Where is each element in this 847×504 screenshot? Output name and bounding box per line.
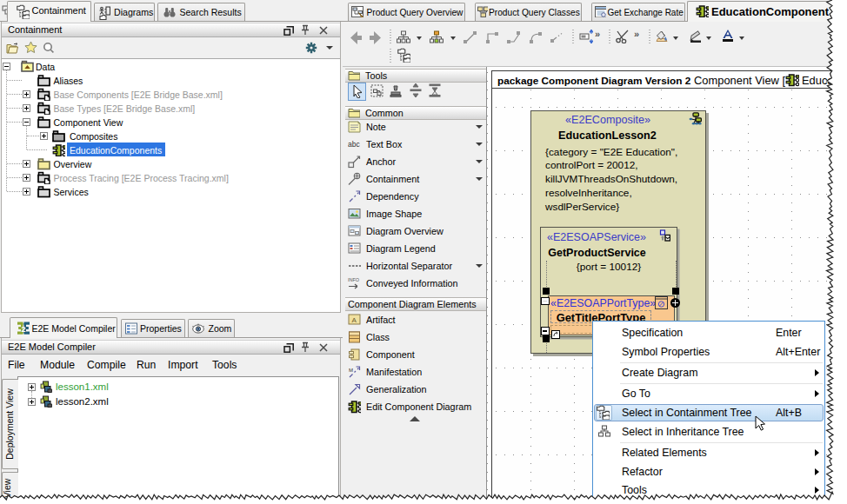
svg-text:M: M bbox=[349, 368, 353, 373]
svg-text:abc: abc bbox=[348, 140, 360, 149]
svg-text:INFO: INFO bbox=[348, 277, 360, 282]
svg-text:A: A bbox=[352, 316, 357, 324]
svg-text:2: 2 bbox=[22, 325, 26, 334]
